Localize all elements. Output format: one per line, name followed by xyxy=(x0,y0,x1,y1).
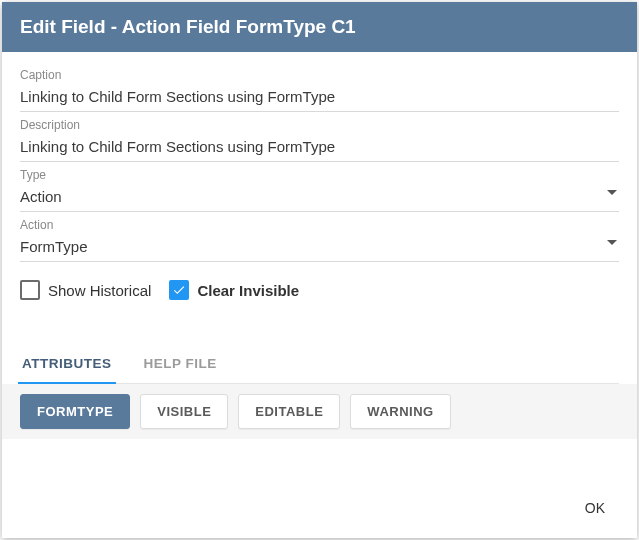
chip-editable[interactable]: EDITABLE xyxy=(238,394,340,429)
tab-help-file[interactable]: HELP FILE xyxy=(142,346,219,383)
caret-down-icon xyxy=(607,240,617,245)
caption-label: Caption xyxy=(20,68,619,82)
type-select[interactable] xyxy=(20,184,619,212)
dialog-title: Edit Field - Action Field FormType C1 xyxy=(2,2,637,52)
type-label: Type xyxy=(20,168,619,182)
edit-field-dialog: Edit Field - Action Field FormType C1 Ca… xyxy=(2,2,637,538)
field-description: Description xyxy=(20,118,619,162)
chip-formtype[interactable]: FORMTYPE xyxy=(20,394,130,429)
chip-visible[interactable]: VISIBLE xyxy=(140,394,228,429)
description-input[interactable] xyxy=(20,134,619,162)
field-action: Action xyxy=(20,218,619,262)
description-label: Description xyxy=(20,118,619,132)
checkbox-icon xyxy=(20,280,40,300)
attribute-chip-bar: FORMTYPE VISIBLE EDITABLE WARNING xyxy=(2,384,637,439)
tab-bar: ATTRIBUTES HELP FILE xyxy=(20,346,619,384)
show-historical-label: Show Historical xyxy=(48,282,151,299)
chip-warning[interactable]: WARNING xyxy=(350,394,450,429)
dialog-body: Caption Description Type Action xyxy=(2,52,637,538)
action-label: Action xyxy=(20,218,619,232)
action-select[interactable] xyxy=(20,234,619,262)
ok-button[interactable]: OK xyxy=(575,492,615,524)
checkbox-icon xyxy=(169,280,189,300)
field-type: Type xyxy=(20,168,619,212)
clear-invisible-checkbox[interactable]: Clear Invisible xyxy=(169,280,299,300)
tab-attributes[interactable]: ATTRIBUTES xyxy=(20,346,114,383)
field-caption: Caption xyxy=(20,68,619,112)
clear-invisible-label: Clear Invisible xyxy=(197,282,299,299)
caption-input[interactable] xyxy=(20,84,619,112)
action-value[interactable] xyxy=(20,234,619,262)
dialog-footer: OK xyxy=(575,492,615,524)
checkbox-row: Show Historical Clear Invisible xyxy=(20,280,619,300)
show-historical-checkbox[interactable]: Show Historical xyxy=(20,280,151,300)
caret-down-icon xyxy=(607,190,617,195)
type-value[interactable] xyxy=(20,184,619,212)
